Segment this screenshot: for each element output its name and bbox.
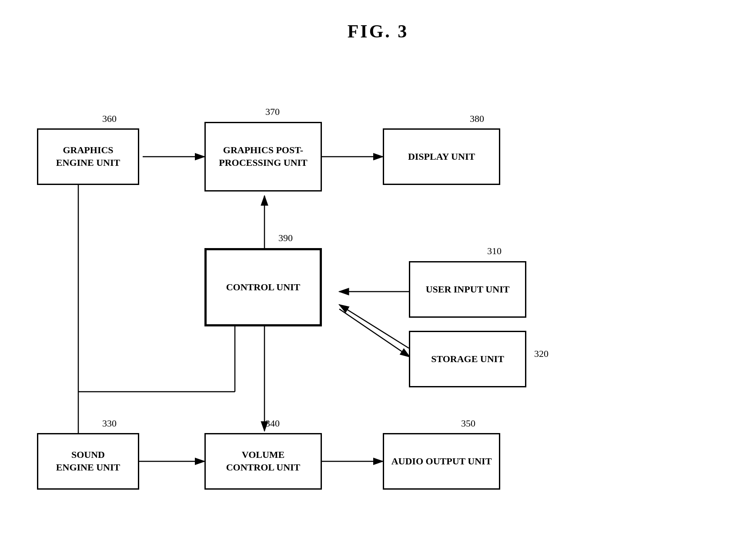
svg-line-6 [339, 309, 410, 357]
ref-320: 320 [534, 348, 549, 359]
sound-engine-box: SOUNDENGINE UNIT [37, 433, 139, 490]
control-unit-box: CONTROL UNIT [204, 248, 322, 326]
audio-output-box: AUDIO OUTPUT UNIT [383, 433, 500, 490]
graphics-engine-box: GRAPHICSENGINE UNIT [37, 128, 139, 185]
display-unit-box: DISPLAY UNIT [383, 128, 500, 185]
page-title: FIG. 3 [0, 0, 756, 42]
ref-340: 340 [265, 418, 280, 429]
svg-line-7 [339, 305, 409, 348]
ref-330: 330 [102, 418, 117, 429]
graphics-post-box: GRAPHICS POST-PROCESSING UNIT [204, 122, 322, 192]
ref-380: 380 [470, 113, 484, 124]
ref-350: 350 [461, 418, 475, 429]
diagram-container: GRAPHICSENGINE UNIT 360 GRAPHICS POST-PR… [35, 61, 721, 525]
ref-390: 390 [278, 232, 293, 244]
user-input-box: USER INPUT UNIT [409, 261, 526, 318]
ref-370: 370 [265, 106, 280, 118]
volume-control-box: VOLUMECONTROL UNIT [204, 433, 322, 490]
storage-unit-box: STORAGE UNIT [409, 331, 526, 387]
ref-360: 360 [102, 113, 117, 124]
ref-310: 310 [487, 245, 502, 257]
